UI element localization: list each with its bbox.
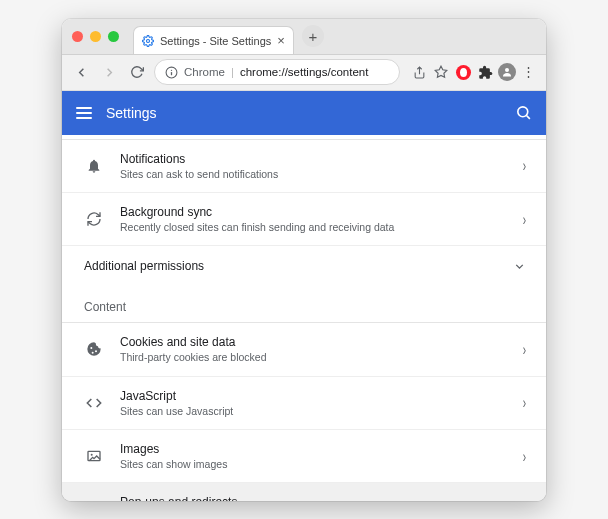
- additional-permissions-toggle[interactable]: Additional permissions: [62, 245, 546, 286]
- svg-point-2: [171, 69, 172, 70]
- extensions-button[interactable]: [476, 63, 494, 81]
- new-tab-button[interactable]: +: [302, 25, 324, 47]
- opera-extension-icon[interactable]: [454, 63, 472, 81]
- address-bar[interactable]: Chrome | chrome://settings/content: [154, 59, 400, 85]
- profile-button[interactable]: [498, 63, 516, 81]
- chevron-down-icon: [513, 260, 526, 273]
- svg-point-10: [91, 454, 93, 456]
- bookmark-button[interactable]: [432, 63, 450, 81]
- row-text: Cookies and site data Third-party cookie…: [120, 334, 507, 364]
- tab-favicon-settings-icon: [142, 35, 154, 47]
- svg-point-0: [147, 39, 150, 42]
- minimize-window-button[interactable]: [90, 31, 101, 42]
- chevron-right-icon: ›: [523, 157, 526, 175]
- maximize-window-button[interactable]: [108, 31, 119, 42]
- row-title: Images: [120, 441, 507, 457]
- row-title: Background sync: [120, 204, 507, 220]
- cookie-icon: [84, 339, 104, 359]
- row-subtitle: Recently closed sites can finish sending…: [120, 220, 507, 234]
- toolbar-actions: ⋮: [410, 63, 538, 81]
- settings-content[interactable]: Notifications Sites can ask to send noti…: [62, 135, 546, 501]
- svg-marker-5: [435, 66, 447, 77]
- svg-rect-3: [171, 71, 172, 74]
- bell-icon: [84, 156, 104, 176]
- reload-button[interactable]: [126, 61, 148, 83]
- row-text: Notifications Sites can ask to send noti…: [120, 151, 507, 181]
- row-title: JavaScript: [120, 388, 507, 404]
- tab-title: Settings - Site Settings: [160, 35, 271, 47]
- page-title: Settings: [106, 105, 157, 121]
- svg-point-7: [518, 107, 528, 117]
- setting-notifications[interactable]: Notifications Sites can ask to send noti…: [62, 139, 546, 192]
- menu-button[interactable]: ⋮: [520, 63, 538, 81]
- row-text: Background sync Recently closed sites ca…: [120, 204, 507, 234]
- setting-background-sync[interactable]: Background sync Recently closed sites ca…: [62, 192, 546, 245]
- chevron-right-icon: ›: [523, 341, 526, 359]
- chevron-right-icon: ›: [523, 210, 526, 228]
- sync-icon: [84, 209, 104, 229]
- row-title: Cookies and site data: [120, 334, 507, 350]
- popup-icon: [84, 499, 104, 500]
- row-text: Pop-ups and redirects Don't allow sites …: [120, 494, 507, 500]
- chevron-right-icon: ›: [523, 447, 526, 465]
- svg-line-8: [526, 115, 529, 118]
- row-subtitle: Sites can ask to send notifications: [120, 167, 507, 181]
- row-title: Pop-ups and redirects: [120, 494, 507, 500]
- section-label-content: Content: [62, 286, 546, 322]
- row-subtitle: Sites can use Javascript: [120, 404, 507, 418]
- toolbar: Chrome | chrome://settings/content ⋮: [62, 55, 546, 91]
- settings-header: Settings: [62, 91, 546, 135]
- expand-label: Additional permissions: [84, 259, 204, 273]
- setting-cookies[interactable]: Cookies and site data Third-party cookie…: [62, 322, 546, 375]
- setting-images[interactable]: Images Sites can show images ›: [62, 429, 546, 482]
- svg-point-6: [505, 68, 509, 72]
- close-tab-button[interactable]: ×: [277, 34, 285, 47]
- code-icon: [84, 393, 104, 413]
- row-text: Images Sites can show images: [120, 441, 507, 471]
- row-subtitle: Third-party cookies are blocked: [120, 350, 507, 364]
- menu-icon[interactable]: [76, 107, 92, 119]
- image-icon: [84, 446, 104, 466]
- browser-tab[interactable]: Settings - Site Settings ×: [133, 26, 294, 54]
- browser-window: Settings - Site Settings × + Chrome | ch…: [62, 19, 546, 501]
- address-path: chrome://settings/content: [240, 66, 368, 78]
- titlebar: Settings - Site Settings × +: [62, 19, 546, 55]
- close-window-button[interactable]: [72, 31, 83, 42]
- setting-popups[interactable]: Pop-ups and redirects Don't allow sites …: [62, 482, 546, 500]
- share-button[interactable]: [410, 63, 428, 81]
- row-title: Notifications: [120, 151, 507, 167]
- row-subtitle: Sites can show images: [120, 457, 507, 471]
- chevron-right-icon: ›: [523, 394, 526, 412]
- back-button[interactable]: [70, 61, 92, 83]
- address-scheme: Chrome: [184, 66, 225, 78]
- forward-button[interactable]: [98, 61, 120, 83]
- row-text: JavaScript Sites can use Javascript: [120, 388, 507, 418]
- setting-javascript[interactable]: JavaScript Sites can use Javascript ›: [62, 376, 546, 429]
- search-button[interactable]: [515, 104, 532, 121]
- traffic-lights: [72, 31, 119, 42]
- site-info-icon[interactable]: [165, 66, 178, 79]
